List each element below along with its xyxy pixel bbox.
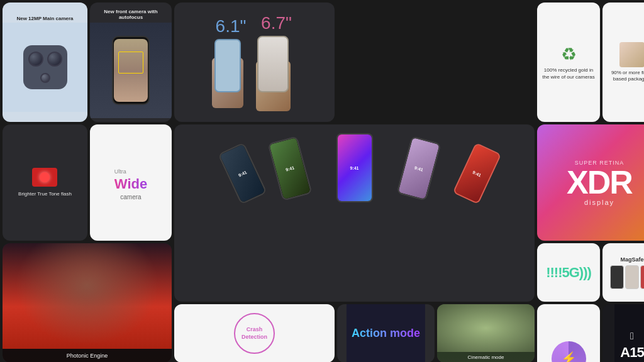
card-photonic: Photonic Engine [3,243,172,362]
size-small-label: 6.1" [216,16,247,36]
magsafe-phone-black [610,265,624,289]
crash-text: Crash Detection [242,326,267,341]
mini-phone-center: 9:41 [336,133,373,202]
magsafe-content: MagSafe [608,243,644,302]
phone-screen-2: 9:41 [270,137,311,199]
front-camera-title: New front camera with autofocus [90,6,172,23]
cinematic-content: Cinematic mode [437,304,535,362]
card-xdr: Super Retina XDR display [537,124,644,241]
mini-phone-2: 9:41 [268,136,313,200]
battery-content: ⚡ All-day battery life [539,304,598,362]
phone-hand-left: 6.1" [212,16,250,108]
phone-screen-1: 9:41 [219,144,265,202]
card-magsafe: MagSafe [602,243,644,302]
ultrawide-content: Ultra Wide camera [109,124,152,241]
card-a15-bionic:  A15 BIONIC 5-core GPU [602,304,644,362]
magsafe-label: MagSafe [620,256,643,263]
card-ultrawide: Ultra Wide camera [90,124,172,241]
xdr-display-text: display [584,199,614,206]
recycle-icon: ♻ [561,44,577,65]
battery-lightning-icon: ⚡ [561,351,577,362]
phone-hand-right: 6.7" [256,13,297,111]
ultrawide-text-block: Ultra Wide [114,165,147,192]
ultrawide-camera-word: camera [120,194,141,200]
photonic-content: Photonic Engine [3,243,172,362]
multi-phones-content: 9:41 9:41 9:41 9:41 9:41 [174,124,535,302]
focus-box [118,52,143,74]
photonic-person [3,243,172,349]
xdr-main-text: XDR [567,166,632,199]
hand-right-container [256,36,297,111]
xdr-content: Super Retina XDR display [537,124,644,241]
flash-icon [32,168,57,187]
mini-phone-1: 9:41 [218,142,267,204]
a15-main-text: A15 [620,344,643,361]
fiber-box [619,42,644,67]
sizes-content: 6.1" 6.7" [174,3,335,122]
card-main-camera: New 12MP Main camera [3,3,87,122]
card-battery: ⚡ All-day battery life [537,304,600,362]
magsafe-phones [610,265,644,289]
hand-left-container [212,39,250,108]
battery-circle: ⚡ [552,341,586,362]
card-multi-phones: 9:41 9:41 9:41 9:41 9:41 [174,124,535,302]
fiber-text: 90% or more fiber-based packaging [608,70,644,83]
main-grid: New 12MP Main camera New front camera wi… [0,0,644,362]
phone-screen-4: 9:41 [398,137,440,199]
apple-logo-icon:  [630,331,634,342]
camera-body [3,23,87,112]
fiveg-text: !!!!5G))) [546,265,591,281]
magsafe-phone-white [625,265,639,289]
action-content: Action mode [347,304,425,362]
size-large-label: 6.7" [261,13,292,33]
camera-lens-small [40,73,50,83]
ultra-word: Ultra [114,168,126,175]
phone-on-hand-left [214,39,241,92]
card-cinematic-mode: Cinematic mode [437,304,535,362]
cinematic-label: Cinematic mode [437,352,535,362]
phone-on-hand-right [257,36,289,92]
mini-phone-5: 9:41 [453,142,502,204]
fiveg-content: !!!!5G))) [543,243,594,302]
selfie-image [90,23,172,118]
wide-word: Wide [114,176,147,192]
camera-module [23,45,67,89]
true-tone-content: Brighter True Tone flash [14,124,75,241]
a15-content:  A15 BIONIC 5-core GPU [614,304,644,362]
card-front-camera: New front camera with autofocus [90,3,172,122]
flash-inner [40,172,50,182]
crash-content: Crash Detection [229,304,280,362]
camera-lens-secondary [47,52,62,67]
phone-screen-center: 9:41 [338,134,372,201]
recycled-text: 100% recycled gold in the wire of our ca… [542,67,595,80]
true-tone-label: Brighter True Tone flash [18,190,72,197]
card-fiber: 90% or more fiber-based packaging [602,3,644,122]
cinematic-image [437,304,535,352]
phone-screen-5: 9:41 [454,144,500,202]
fiber-content: 90% or more fiber-based packaging [602,3,644,122]
card-crash-detection: Crash Detection [174,304,335,362]
card-true-tone: Brighter True Tone flash [3,124,87,241]
mini-phone-4: 9:41 [396,136,441,200]
camera-lens-main [28,52,43,67]
card-action-mode: Action mode [337,304,435,362]
recycled-content: ♻ 100% recycled gold in the wire of our … [537,3,600,122]
card-recycled: ♻ 100% recycled gold in the wire of our … [537,3,600,122]
card-sizes: 6.1" 6.7" [174,3,335,122]
crash-circle: Crash Detection [234,313,275,354]
action-text: Action mode [352,327,420,340]
magsafe-phone-red [640,265,644,289]
card-5g: !!!!5G))) [537,243,600,302]
photonic-label: Photonic Engine [3,349,172,362]
main-camera-title: New 12MP Main camera [14,13,75,23]
photonic-person-img [3,243,172,349]
